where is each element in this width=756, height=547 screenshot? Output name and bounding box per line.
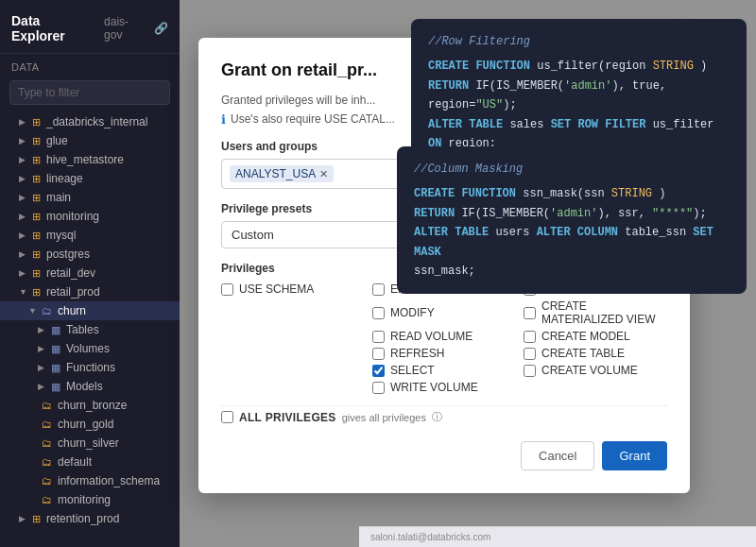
modify-label: MODIFY — [390, 306, 435, 319]
tree-item-churn-gold[interactable]: 🗂 churn_gold — [0, 415, 180, 434]
create-model-checkbox[interactable] — [524, 331, 536, 343]
tree-item-churn-silver[interactable]: 🗂 churn_silver — [0, 434, 180, 453]
tree-item-label: mysql — [46, 229, 76, 242]
string-type: STRING — [653, 60, 694, 73]
bottom-bar: saloni.talati@databricks.com SELECT — [359, 526, 756, 547]
tree-item-churn-bronze[interactable]: 🗂 churn_bronze — [0, 396, 180, 415]
tag-remove-button[interactable]: ✕ — [319, 168, 328, 180]
tree-item-main[interactable]: ▶ ⊞ main — [0, 188, 180, 207]
chevron-right-icon: ▶ — [19, 117, 28, 127]
tree-item-glue[interactable]: ▶ ⊞ glue — [0, 131, 180, 150]
create-mat-view-checkbox[interactable] — [524, 307, 536, 319]
read-volume-checkbox[interactable] — [372, 331, 385, 343]
tree-item-label: churn_bronze — [58, 399, 127, 412]
tree-item-retail-prod[interactable]: ▼ ⊞ retail_prod — [0, 282, 180, 301]
cancel-button[interactable]: Cancel — [521, 441, 594, 470]
row-filter-comment: //Row Filtering — [428, 35, 530, 48]
tree-item-label: churn — [58, 304, 86, 317]
chevron-right-icon: ▶ — [19, 514, 28, 523]
chevron-right-icon: ▶ — [19, 136, 28, 145]
volumes-icon: ▦ — [51, 343, 60, 355]
alter-kw2: ALTER TABLE — [414, 226, 489, 239]
return-body2: IF(IS_MEMBER( — [461, 207, 550, 220]
tree-item-databricks[interactable]: ▶ ⊞ _databricks_internal — [0, 112, 180, 131]
sidebar-filter-input[interactable] — [9, 80, 170, 105]
tree-item-retention-prod[interactable]: ▶ ⊞ retention_prod — [0, 509, 180, 528]
tree-item-functions[interactable]: ▶ ▦ Functions — [0, 358, 180, 377]
tree-item-monitoring[interactable]: ▶ ⊞ monitoring — [0, 207, 180, 226]
use-schema-checkbox[interactable] — [221, 283, 233, 296]
tree-item-info-schema[interactable]: 🗂 information_schema — [0, 471, 180, 490]
tree-item-label: postgres — [46, 248, 90, 261]
priv-use-schema: USE SCHEMA — [221, 282, 365, 296]
chevron-right-icon: ▶ — [19, 231, 28, 240]
schema-icon: 🗂 — [42, 437, 52, 449]
schema-icon: 🗂 — [42, 494, 52, 505]
tree-item-churn[interactable]: ▼ 🗂 churn — [0, 301, 180, 320]
tree-item-lineage[interactable]: ▶ ⊞ lineage — [0, 169, 180, 188]
sales-text: sales — [509, 118, 550, 131]
tree-item-hive[interactable]: ▶ ⊞ hive_metastore — [0, 150, 180, 169]
gives-all-text: gives all privileges — [342, 412, 426, 423]
privileges-grid: USE SCHEMA EXECUTE CREATE FUNCTION MODIF… — [221, 282, 667, 394]
fn-end: ) — [700, 60, 707, 73]
tree-item-label: Volumes — [66, 342, 110, 355]
tree-item-models[interactable]: ▶ ▦ Models — [0, 377, 180, 396]
database-icon: ⊞ — [32, 192, 41, 204]
ssn-fn: ssn_mask(ssn — [523, 187, 611, 200]
schema-icon: 🗂 — [42, 456, 52, 468]
row-filter-code-panel: //Row Filtering CREATE FUNCTION us_filte… — [411, 19, 747, 166]
refresh-checkbox[interactable] — [372, 348, 385, 360]
database-icon: ⊞ — [32, 513, 41, 525]
table-ssn: table_ssn — [625, 226, 693, 239]
tree-item-label: information_schema — [58, 474, 160, 487]
tree-item-label: retention_prod — [46, 512, 119, 525]
chevron-down-icon: ▼ — [28, 306, 38, 316]
modify-checkbox[interactable] — [372, 307, 385, 319]
chevron-right-icon: ▶ — [19, 193, 28, 202]
all-privileges-checkbox[interactable] — [221, 411, 233, 423]
mask-str: "****" — [652, 207, 693, 220]
schema-icon: 🗂 — [42, 400, 52, 411]
database-icon: ⊞ — [32, 267, 41, 280]
chevron-right-icon: ▶ — [38, 382, 47, 391]
priv-refresh: REFRESH — [372, 347, 516, 360]
create-table-checkbox[interactable] — [524, 348, 536, 360]
write-volume-checkbox[interactable] — [372, 382, 385, 394]
alter-col-kw: ALTER COLUMN — [537, 226, 618, 239]
select-checkbox[interactable] — [372, 365, 385, 377]
admin-str2: 'admin' — [550, 207, 597, 220]
tree-item-retail-dev[interactable]: ▶ ⊞ retail_dev — [0, 264, 180, 282]
info-icon: ℹ — [221, 112, 226, 127]
tree-item-volumes[interactable]: ▶ ▦ Volumes — [0, 339, 180, 358]
use-schema-label: USE SCHEMA — [239, 282, 314, 296]
create-table-label: CREATE TABLE — [541, 347, 625, 360]
priv-create-model: CREATE MODEL — [524, 330, 667, 343]
tree-item-label: monitoring — [46, 210, 99, 223]
external-link-icon: 🔗 — [154, 22, 168, 35]
database-icon: ⊞ — [32, 116, 41, 128]
tree-item-default[interactable]: 🗂 default — [0, 453, 180, 471]
tree-item-tables[interactable]: ▶ ▦ Tables — [0, 320, 180, 339]
col-masking-code-panel: //Column Masking CREATE FUNCTION ssn_mas… — [397, 146, 747, 294]
tag-value: ANALYST_USA — [235, 167, 316, 180]
tree-item-monitoring-2[interactable]: 🗂 monitoring — [0, 490, 180, 509]
fn-name: us_filter(region — [537, 60, 652, 73]
admin-str: 'admin' — [564, 79, 611, 93]
schema-icon: 🗂 — [42, 419, 52, 430]
tree-item-mysql[interactable]: ▶ ⊞ mysql — [0, 226, 180, 245]
database-icon: ⊞ — [32, 154, 41, 166]
grant-button[interactable]: Grant — [602, 441, 667, 470]
execute-checkbox[interactable] — [372, 283, 385, 296]
tree-item-postgres[interactable]: ▶ ⊞ postgres — [0, 245, 180, 264]
analyst-tag: ANALYST_USA ✕ — [230, 165, 334, 182]
create-volume-checkbox[interactable] — [524, 365, 536, 377]
priv-select: SELECT — [372, 364, 516, 377]
tree-item-label: _databricks_internal — [46, 115, 147, 128]
database-icon: ⊞ — [32, 211, 41, 223]
database-icon: ⊞ — [32, 135, 41, 147]
chevron-down-icon: ▼ — [19, 287, 28, 297]
tree-item-label: retail_prod — [46, 285, 100, 299]
ssn-mask-fn: ssn_mask; — [414, 265, 475, 278]
return-close2: ); — [693, 207, 706, 220]
